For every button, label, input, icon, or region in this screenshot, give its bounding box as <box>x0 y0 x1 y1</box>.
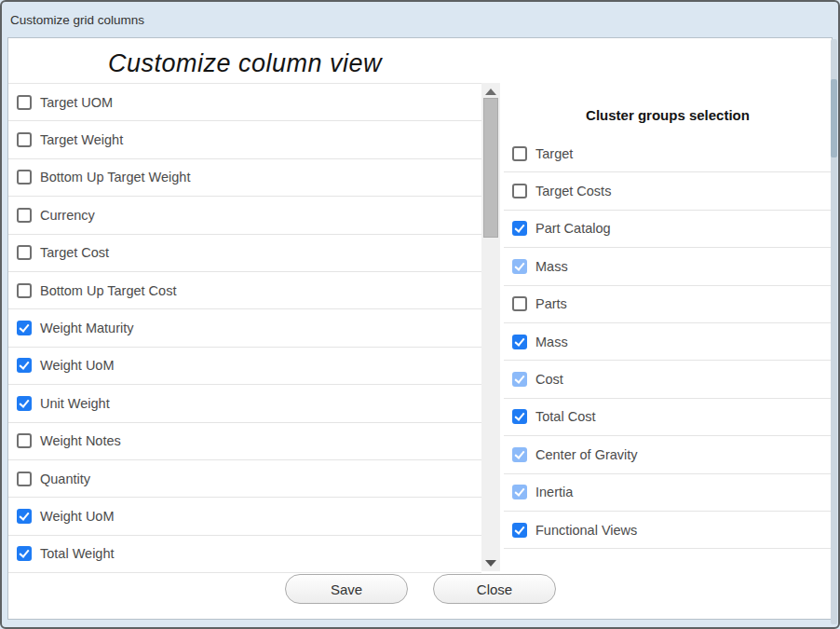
dialog-right-scrollbar[interactable] <box>831 39 837 624</box>
list-item[interactable]: Quantity <box>8 460 481 498</box>
checkbox-target-costs[interactable] <box>512 184 527 198</box>
checkbox-label: Weight Maturity <box>40 321 133 335</box>
left-list-scrollbar[interactable] <box>481 83 500 571</box>
list-item[interactable]: Mass <box>504 248 832 285</box>
list-item[interactable]: Unit Weight <box>8 385 481 422</box>
right-panel-title: Cluster groups selection <box>504 107 832 123</box>
checkbox-label: Currency <box>40 208 95 223</box>
list-item[interactable]: Target Cost <box>8 235 481 272</box>
checkbox-inertia <box>512 485 527 499</box>
checkbox-functional-views[interactable] <box>512 523 527 538</box>
checkbox-label: Parts <box>535 296 567 311</box>
checkbox-label: Quantity <box>40 472 90 486</box>
list-item[interactable]: Bottom Up Target Cost <box>8 272 481 309</box>
checkbox-label: Mass <box>535 259 568 274</box>
list-item[interactable]: Bottom Up Target Weight <box>8 159 481 197</box>
checkbox-target-cost[interactable] <box>17 245 32 260</box>
cluster-groups-checkbox-list: TargetTarget CostsPart CatalogMassPartsM… <box>504 135 832 549</box>
checkbox-label: Functional Views <box>535 523 637 538</box>
checkbox-weight-uom[interactable] <box>17 509 32 524</box>
list-item[interactable]: Functional Views <box>504 512 832 549</box>
left-panel-title: Customize column view <box>8 49 481 78</box>
scrollbar-down-arrow-icon[interactable] <box>481 556 500 569</box>
checkbox-part-catalog[interactable] <box>512 221 527 236</box>
checkbox-parts[interactable] <box>512 296 527 311</box>
list-item[interactable]: Weight Notes <box>8 423 481 460</box>
checkbox-mass <box>512 259 527 274</box>
save-button[interactable]: Save <box>285 574 408 604</box>
list-item[interactable]: Target Weight <box>8 121 481 158</box>
checkbox-total-cost[interactable] <box>512 409 527 424</box>
list-item[interactable]: Total Cost <box>504 399 832 436</box>
checkbox-weight-uom[interactable] <box>17 358 32 373</box>
checkbox-bottom-up-target-cost[interactable] <box>17 283 32 298</box>
list-item[interactable]: Target Costs <box>504 172 832 210</box>
checkbox-label: Bottom Up Target Cost <box>40 283 176 298</box>
triangle-up-icon <box>485 89 496 95</box>
checkbox-bottom-up-target-weight[interactable] <box>17 170 32 185</box>
triangle-down-icon <box>485 560 496 567</box>
checkbox-currency[interactable] <box>17 208 32 223</box>
list-item[interactable]: Parts <box>504 286 832 323</box>
checkbox-label: Weight Notes <box>40 433 121 448</box>
checkbox-unit-weight[interactable] <box>17 396 32 411</box>
checkbox-mass[interactable] <box>512 335 527 349</box>
dialog-title: Customize grid columns <box>10 13 144 27</box>
list-item[interactable]: Cost <box>504 361 832 398</box>
close-button[interactable]: Close <box>433 574 556 604</box>
checkbox-quantity[interactable] <box>17 472 32 486</box>
list-item[interactable]: Target UOM <box>8 84 481 121</box>
dialog-titlebar: Customize grid columns <box>2 2 838 37</box>
checkbox-cost <box>512 372 527 387</box>
list-item[interactable]: Inertia <box>504 474 832 512</box>
list-item[interactable]: Mass <box>504 323 832 361</box>
checkbox-label: Target Costs <box>535 184 611 198</box>
checkbox-label: Part Catalog <box>535 221 611 236</box>
checkbox-weight-notes[interactable] <box>17 433 32 448</box>
checkbox-target-weight[interactable] <box>17 132 32 147</box>
list-item[interactable]: Weight UoM <box>8 498 481 535</box>
list-item[interactable]: Center of Gravity <box>504 436 832 473</box>
checkbox-label: Unit Weight <box>40 396 110 411</box>
checkbox-label: Inertia <box>535 485 573 499</box>
list-item[interactable]: Weight Maturity <box>8 309 481 347</box>
checkbox-label: Center of Gravity <box>535 447 638 462</box>
checkbox-label: Bottom Up Target Weight <box>40 170 190 185</box>
checkbox-label: Weight UoM <box>40 358 115 373</box>
scrollbar-thumb[interactable] <box>483 98 498 238</box>
column-checkbox-list: Target UOMTarget WeightBottom Up Target … <box>8 83 481 573</box>
list-item[interactable]: Total Weight <box>8 536 481 573</box>
checkbox-label: Target <box>535 146 573 161</box>
checkbox-target-uom[interactable] <box>17 95 32 110</box>
scrollbar-up-arrow-icon[interactable] <box>481 85 500 98</box>
checkbox-target[interactable] <box>512 146 527 161</box>
checkbox-label: Target Cost <box>40 245 109 260</box>
checkbox-label: Total Cost <box>535 409 595 424</box>
checkbox-label: Target Weight <box>40 132 123 147</box>
list-item[interactable]: Currency <box>8 197 481 234</box>
checkbox-label: Total Weight <box>40 546 115 561</box>
dialog-content-panel: Customize column view Target UOMTarget W… <box>7 37 833 620</box>
list-item[interactable]: Weight UoM <box>8 348 481 385</box>
dialog-scrollbar-thumb[interactable] <box>831 79 837 157</box>
checkbox-weight-maturity[interactable] <box>17 321 32 335</box>
list-item[interactable]: Part Catalog <box>504 211 832 248</box>
checkbox-center-of-gravity <box>512 447 527 462</box>
checkbox-label: Mass <box>535 335 568 349</box>
checkbox-label: Cost <box>535 372 563 387</box>
checkbox-label: Weight UoM <box>40 509 115 524</box>
customize-grid-columns-dialog: Customize grid columns Customize column … <box>0 0 840 629</box>
checkbox-total-weight[interactable] <box>17 546 32 561</box>
list-item[interactable]: Target <box>504 135 832 172</box>
checkbox-label: Target UOM <box>40 95 113 110</box>
